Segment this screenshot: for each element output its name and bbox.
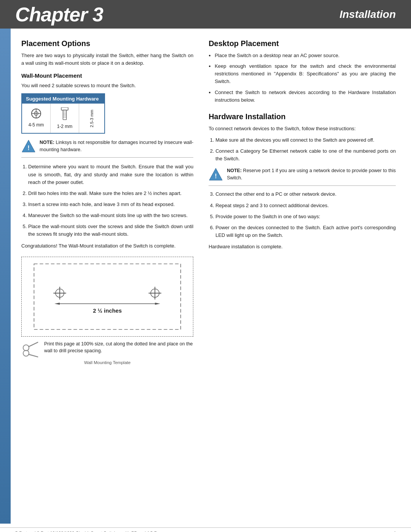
note-label: NOTE: <box>40 140 54 145</box>
svg-rect-5 <box>63 110 67 120</box>
hardware-installation-heading: Hardware Installation <box>209 112 396 121</box>
col1-label: 4-5 mm <box>25 122 47 128</box>
hardware-installation-steps-cont: Connect the other end to a PC or other n… <box>209 190 396 239</box>
left-column: Placement Options There are two ways to … <box>21 39 205 508</box>
wall-mount-step-1: Determine where you want to mount the Sw… <box>28 163 193 186</box>
svg-point-24 <box>23 345 29 350</box>
wall-mount-step-2: Drill two holes into the wall. Make sure… <box>28 190 193 197</box>
svg-rect-4 <box>61 107 68 110</box>
page-footer: 5-Port and 8-Port 10/100/1000 Gigabit Sm… <box>0 527 411 532</box>
installation-title: Installation <box>339 8 396 21</box>
placement-options-heading: Placement Options <box>21 39 193 48</box>
chapter-title: Chapter 3 <box>15 3 103 26</box>
placement-options-intro: There are two ways to physically install… <box>21 52 193 67</box>
main-content: Placement Options There are two ways to … <box>11 29 411 524</box>
desktop-placement-bullets: Place the Switch on a desktop near an AC… <box>209 52 396 104</box>
svg-text:!: ! <box>27 144 30 152</box>
hw-note-text: NOTE: Reserve port 1 if you are using a … <box>227 167 396 182</box>
svg-text:!: ! <box>215 173 217 180</box>
left-accent-bar <box>0 29 11 524</box>
hardware-installation-steps: Make sure all the devices you will conne… <box>209 136 396 163</box>
hw-note-body: Reserve port 1 if you are using a networ… <box>227 168 396 181</box>
wall-mount-diagram: 2 ½ inches <box>21 257 193 337</box>
hw-step-4: Repeat steps 2 and 3 to connect addition… <box>215 202 396 209</box>
hw-step-2: Connect a Category 5e Ethernet network c… <box>215 147 396 163</box>
hw-step-5: Provide power to the Switch in one of tw… <box>215 213 396 220</box>
desktop-bullet-2: Keep enough ventilation space for the sw… <box>215 62 396 85</box>
desktop-placement-heading: Desktop Placement <box>209 39 396 48</box>
wall-mount-step-3: Insert a screw into each hole, and leave… <box>28 201 193 208</box>
svg-line-27 <box>29 354 38 357</box>
mounting-table-header: Suggested Mounting Hardware <box>22 94 104 104</box>
bolt-icon <box>59 107 70 121</box>
wall-mount-steps: Determine where you want to mount the Sw… <box>21 163 193 238</box>
mounting-cell-screw: 4-5 mm <box>22 104 51 133</box>
warning-triangle-icon: ! <box>21 139 36 153</box>
right-column: Desktop Placement Place the Switch on a … <box>205 39 396 508</box>
hw-note-label: NOTE: <box>227 168 242 173</box>
wall-mount-heading: Wall-Mount Placement <box>21 72 193 79</box>
hardware-installation-intro: To connect network devices to the Switch… <box>209 125 396 133</box>
warning-triangle-icon-2: ! <box>209 167 223 182</box>
desktop-bullet-1: Place the Switch on a desktop near an AC… <box>215 52 396 59</box>
mounting-table-body: 4-5 mm <box>22 104 104 133</box>
col3-label: 2.5-3 mm <box>89 110 94 127</box>
congratulations-text: Congratulations! The Wall-Mount installa… <box>21 242 193 250</box>
note-body: Linksys is not responsible for damages i… <box>40 140 193 152</box>
wall-mount-note-box: ! NOTE: Linksys is not responsible for d… <box>21 139 193 158</box>
scissors-icon <box>21 340 40 359</box>
content-wrapper: Placement Options There are two ways to … <box>0 29 411 524</box>
svg-marker-22 <box>155 302 160 305</box>
svg-text:2 ½ inches: 2 ½ inches <box>93 307 122 313</box>
wall-mount-step-4: Maneuver the Switch so the wall-mount sl… <box>28 212 193 219</box>
scissors-row: Print this page at 100% size, cut along … <box>21 340 193 359</box>
mounting-cell-bolt: 1-2 mm <box>51 104 79 133</box>
mounting-cell-thickness: 2.5-3 mm <box>79 104 104 133</box>
hw-step-1: Make sure all the devices you will conne… <box>215 136 396 144</box>
hardware-complete: Hardware installation is complete. <box>209 243 396 251</box>
svg-rect-13 <box>34 264 180 329</box>
template-caption: Wall Mounting Template <box>21 360 193 365</box>
scissors-text: Print this page at 100% size, cut along … <box>44 340 193 355</box>
hw-note-box: ! NOTE: Reserve port 1 if you are using … <box>209 167 396 186</box>
page-header: Chapter 3 Installation <box>0 0 411 29</box>
mounting-table: Suggested Mounting Hardware 4-5 mm <box>21 93 105 134</box>
wall-mount-intro: You will need 2 suitable screws to mount… <box>21 82 193 89</box>
wall-mount-step-5: Place the wall-mount slots over the scre… <box>28 223 193 238</box>
svg-point-25 <box>23 350 29 356</box>
desktop-bullet-3: Connect the Switch to network devices ac… <box>215 89 396 104</box>
col2-label: 1-2 mm <box>54 124 76 129</box>
wall-mount-note-text: NOTE: Linksys is not responsible for dam… <box>40 139 193 153</box>
screw-head-icon <box>30 107 42 120</box>
svg-marker-21 <box>54 302 60 305</box>
svg-line-26 <box>29 342 38 347</box>
hw-step-6: Power on the devices connected to the Sw… <box>215 224 396 239</box>
template-svg: 2 ½ inches <box>28 263 187 330</box>
hw-step-3: Connect the other end to a PC or other n… <box>215 190 396 198</box>
